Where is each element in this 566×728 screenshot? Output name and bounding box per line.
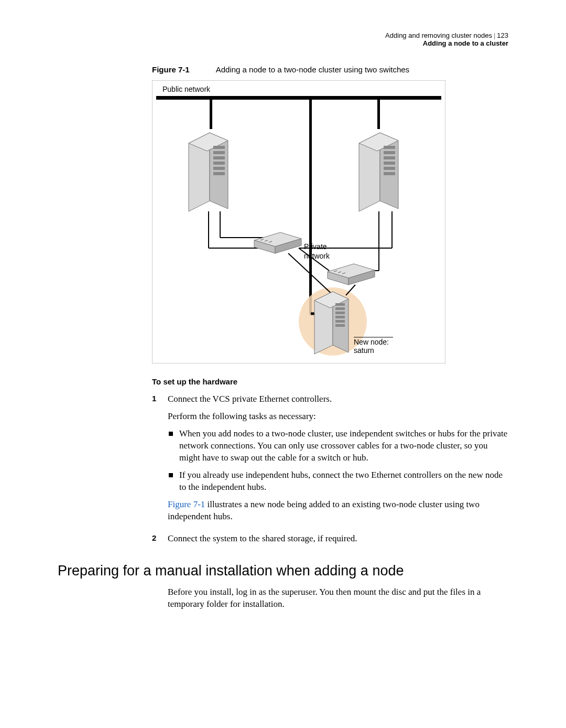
header-page-number: 123	[497, 31, 508, 39]
svg-rect-13	[213, 172, 225, 175]
new-node-label-1: New node:	[354, 338, 389, 346]
svg-rect-2	[210, 100, 212, 129]
svg-rect-55	[335, 320, 345, 323]
svg-rect-19	[384, 156, 395, 159]
svg-rect-1	[156, 96, 441, 100]
svg-rect-11	[213, 162, 225, 165]
private-network-label-2: network	[304, 252, 330, 260]
step-after: Figure 7-1 illustrates a new node being …	[168, 499, 508, 523]
svg-rect-22	[384, 172, 395, 175]
public-network-label: Public network	[162, 85, 211, 93]
list-item: 1 Connect the VCS private Ethernet contr…	[152, 393, 508, 528]
figure-label: Figure 7-1	[152, 65, 216, 74]
svg-rect-53	[335, 312, 345, 314]
svg-rect-4	[309, 100, 312, 315]
svg-rect-18	[384, 151, 395, 154]
svg-rect-17	[384, 146, 395, 149]
header-chapter: Adding and removing cluster nodes	[385, 31, 492, 39]
svg-rect-9	[213, 151, 225, 154]
private-network-label-1: Private	[304, 242, 327, 251]
svg-rect-54	[335, 316, 345, 318]
figure-title: Adding a node to a two-node cluster usin…	[216, 65, 409, 74]
vertical-bar-icon: |	[492, 31, 497, 39]
svg-rect-12	[213, 167, 225, 170]
svg-rect-51	[335, 303, 345, 306]
step-subtext: Perform the following tasks as necessary…	[168, 411, 508, 423]
page-header: Adding and removing cluster nodes|123 Ad…	[58, 31, 508, 47]
hardware-heading: To set up the hardware	[152, 377, 508, 386]
step-text: Connect the system to the shared storage…	[168, 533, 508, 545]
svg-rect-20	[384, 162, 395, 165]
svg-rect-52	[335, 307, 345, 310]
step-number: 1	[152, 393, 168, 528]
cluster-diagram: Public network	[152, 80, 445, 363]
svg-rect-10	[213, 156, 225, 159]
switch-icon	[328, 264, 375, 285]
new-node-label-2: saturn	[354, 346, 374, 355]
step-number: 2	[152, 533, 168, 550]
step-after-text: illustrates a new node being added to an…	[168, 499, 480, 521]
svg-rect-8	[213, 146, 225, 149]
svg-rect-56	[335, 324, 345, 327]
svg-rect-21	[384, 167, 395, 170]
step-text: Connect the VCS private Ethernet control…	[168, 393, 508, 405]
svg-rect-3	[377, 100, 380, 129]
procedure-list: 1 Connect the VCS private Ethernet contr…	[152, 393, 508, 550]
bullet-item: If you already use independent hubs, con…	[179, 469, 508, 494]
list-item: 2 Connect the system to the shared stora…	[152, 533, 508, 550]
section-heading: Preparing for a manual installation when…	[58, 563, 508, 579]
figure-ref-link[interactable]: Figure 7-1	[168, 499, 205, 509]
section-body: Before you install, log in as the superu…	[168, 586, 508, 611]
header-section: Adding a node to a cluster	[58, 39, 508, 47]
svg-rect-0	[152, 80, 445, 363]
figure-caption: Figure 7-1Adding a node to a two-node cl…	[152, 65, 508, 74]
bullet-item: When you add nodes to a two-node cluster…	[179, 428, 508, 464]
switch-icon	[254, 232, 301, 253]
